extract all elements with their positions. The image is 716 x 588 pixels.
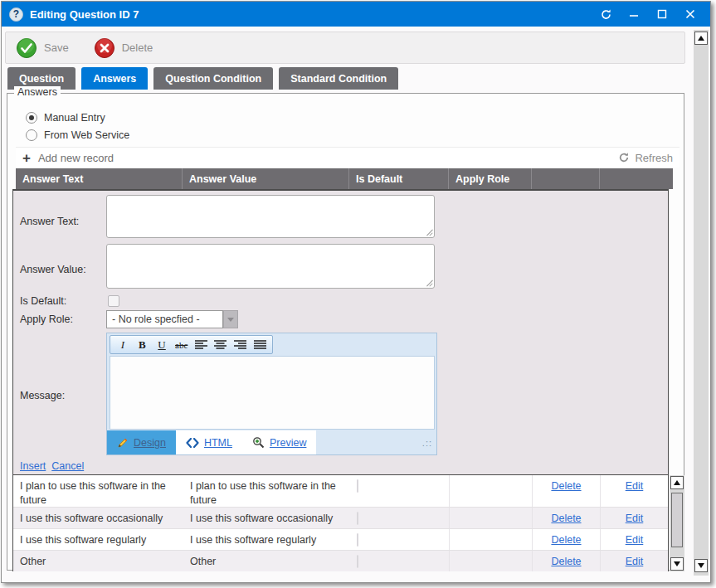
add-new-record-button[interactable]: + Add new record	[22, 151, 114, 165]
editor-tab-preview[interactable]: Preview	[242, 430, 316, 454]
is-default-label: Is Default:	[20, 295, 66, 307]
window-scroll-up-icon[interactable]	[694, 32, 708, 45]
save-button[interactable]: Save	[16, 37, 69, 59]
is-default-checkbox[interactable]	[108, 295, 119, 307]
editor-tab-html-label: HTML	[204, 437, 232, 449]
cell-is-default	[350, 508, 450, 528]
cell-delete: Delete	[533, 475, 601, 507]
table-row[interactable]: I use this software regularly I use this…	[13, 529, 668, 551]
radio-from-web-service-label: From Web Service	[44, 129, 129, 141]
column-apply-role[interactable]: Apply Role	[449, 168, 532, 189]
cell-edit: Edit	[601, 508, 668, 528]
row-edit-link[interactable]: Edit	[626, 512, 644, 526]
cell-answer-text: Other	[13, 551, 183, 571]
refresh-button[interactable]: Refresh	[618, 152, 673, 164]
resize-grip-icon[interactable]	[426, 229, 433, 236]
row-delete-link[interactable]: Delete	[551, 479, 581, 493]
editor-resize-grip-icon[interactable]: .::	[422, 438, 432, 448]
editor-content-area[interactable]	[110, 356, 435, 430]
cell-edit: Edit	[601, 475, 668, 507]
cell-delete: Delete	[533, 551, 601, 571]
tab-standard-condition[interactable]: Standard Condition	[279, 67, 398, 90]
row-checkbox[interactable]	[357, 479, 358, 493]
editor-tab-design[interactable]: Design	[107, 430, 176, 454]
cell-answer-value: I use this software regularly	[183, 529, 350, 550]
pencil-icon	[117, 437, 129, 449]
code-brackets-icon	[186, 438, 199, 448]
table-row[interactable]: I use this software occasionally I use t…	[13, 508, 668, 529]
table-row[interactable]: I plan to use this software in the futur…	[13, 475, 668, 508]
column-empty-2	[600, 168, 672, 189]
cell-apply-role	[450, 508, 533, 528]
scroll-down-icon[interactable]	[670, 557, 684, 571]
column-is-default[interactable]: Is Default	[349, 168, 449, 189]
justify-icon[interactable]	[251, 337, 268, 352]
cell-answer-text: I plan to use this software in the futur…	[13, 475, 183, 507]
close-icon[interactable]	[682, 6, 699, 22]
row-edit-link[interactable]: Edit	[626, 479, 644, 493]
column-answer-value[interactable]: Answer Value	[183, 168, 349, 189]
row-delete-link[interactable]: Delete	[551, 555, 581, 569]
row-edit-link[interactable]: Edit	[626, 533, 644, 547]
refresh-window-icon[interactable]	[597, 6, 614, 22]
grid-scrollbar-thumb[interactable]	[671, 493, 683, 547]
answers-grid-rows: I plan to use this software in the futur…	[12, 475, 669, 571]
strikethrough-icon[interactable]: abc	[173, 337, 190, 352]
editor-toolbar: I B U abc	[107, 333, 436, 356]
tab-strip: Question Answers Question Condition Stan…	[7, 67, 398, 90]
help-icon[interactable]: ?	[9, 7, 23, 22]
grid-scrollbar[interactable]	[670, 475, 684, 571]
maximize-icon[interactable]	[654, 6, 670, 22]
cell-answer-value: I use this software occasionally	[183, 508, 350, 528]
minimize-icon[interactable]	[626, 6, 642, 22]
scroll-up-icon[interactable]	[670, 476, 684, 489]
row-delete-link[interactable]: Delete	[551, 533, 581, 547]
answer-text-input[interactable]	[106, 195, 435, 238]
answers-groupbox: Answers Manual Entry From Web Service + …	[7, 93, 684, 571]
insert-record-form: Answer Text: Answer Value: Is Default: A…	[12, 189, 669, 475]
cell-answer-text: I use this software regularly	[13, 529, 183, 550]
delete-button[interactable]: Delete	[94, 37, 153, 59]
radio-manual-entry-label: Manual Entry	[44, 112, 105, 124]
row-checkbox[interactable]	[357, 555, 358, 568]
radio-from-web-service[interactable]: From Web Service	[26, 129, 129, 141]
message-editor: I B U abc	[106, 333, 437, 455]
editor-footer: Design HTML	[107, 430, 436, 454]
row-delete-link[interactable]: Delete	[551, 512, 581, 526]
align-left-icon[interactable]	[193, 337, 210, 352]
column-answer-text[interactable]: Answer Text	[16, 168, 183, 189]
row-edit-link[interactable]: Edit	[626, 555, 644, 569]
row-checkbox[interactable]	[357, 512, 358, 525]
align-center-icon[interactable]	[212, 337, 229, 352]
apply-role-dropdown-icon[interactable]	[223, 310, 238, 328]
magnifier-plus-icon	[252, 436, 265, 449]
insert-link[interactable]: Insert	[20, 460, 46, 472]
tab-question-condition[interactable]: Question Condition	[153, 67, 273, 90]
apply-role-select[interactable]: - No role specfied -	[106, 310, 223, 328]
radio-manual-entry[interactable]: Manual Entry	[26, 112, 105, 124]
cell-answer-text: I use this software occasionally	[13, 508, 183, 528]
answer-value-input[interactable]	[106, 244, 435, 289]
refresh-icon	[618, 152, 630, 163]
message-label: Message:	[20, 390, 65, 401]
answers-legend: Answers	[14, 86, 61, 98]
row-checkbox[interactable]	[357, 533, 358, 547]
editor-tab-preview-label: Preview	[270, 437, 306, 449]
tab-answers[interactable]: Answers	[81, 67, 148, 90]
table-row[interactable]: Other Other Delete Edit	[13, 551, 668, 571]
cancel-link[interactable]: Cancel	[51, 460, 84, 472]
align-right-icon[interactable]	[232, 337, 249, 352]
window-scrollbar[interactable]	[694, 30, 709, 576]
resize-grip-icon[interactable]	[426, 279, 433, 287]
save-check-icon	[16, 37, 37, 59]
bold-icon[interactable]: B	[134, 337, 151, 352]
column-empty-1	[532, 168, 600, 189]
save-label: Save	[44, 41, 69, 54]
editor-tab-html[interactable]: HTML	[176, 430, 242, 454]
window-scroll-down-icon[interactable]	[694, 559, 708, 572]
radio-unselected-icon	[26, 129, 37, 141]
italic-icon[interactable]: I	[114, 337, 131, 352]
underline-icon[interactable]: U	[153, 337, 170, 352]
delete-label: Delete	[122, 41, 153, 54]
add-new-record-label: Add new record	[38, 152, 114, 164]
